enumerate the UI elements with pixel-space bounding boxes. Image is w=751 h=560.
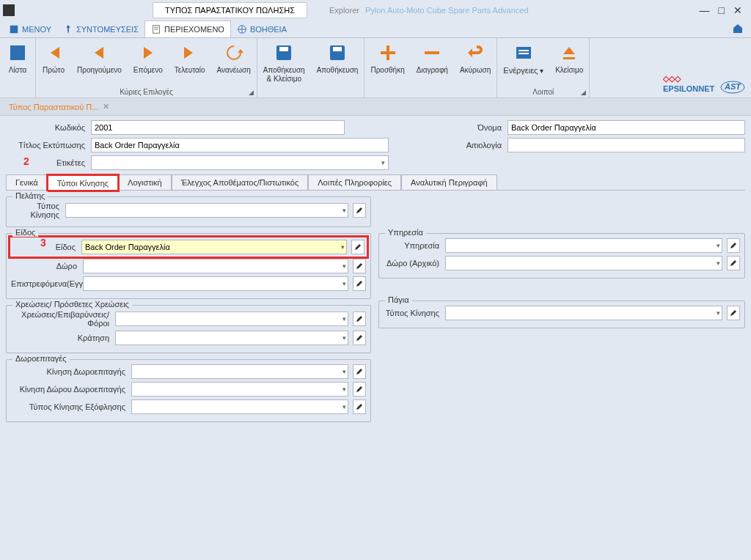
svg-rect-9	[425, 51, 439, 54]
globe-icon	[237, 24, 247, 34]
save-button[interactable]: Αποθήκευση	[311, 38, 364, 86]
code-input[interactable]	[91, 120, 345, 135]
save-icon	[327, 43, 348, 63]
edit-fixed-movement-button[interactable]	[727, 306, 740, 320]
last-label: Τελευταίο	[175, 66, 205, 75]
minimize-button[interactable]: —	[700, 4, 710, 16]
gift-label: Δώρο	[11, 262, 80, 270]
group-other-label: Λοιποί	[532, 88, 554, 96]
titlebar: ΤΥΠΟΣ ΠΑΡΑΣΤΑΤΙΚΟΥ ΠΩΛΗΣΗΣ Explorer Pylo…	[0, 0, 751, 21]
annotation-3: 3	[40, 237, 46, 248]
delete-button[interactable]: Διαγραφή	[411, 38, 454, 86]
menu-help[interactable]: ΒΟΗΘΕΙΑ	[231, 21, 293, 37]
save-close-button[interactable]: Αποθήκευση & Κλείσιμο	[257, 38, 311, 86]
previous-label: Προηγούμενο	[77, 66, 122, 75]
title-tab: ΤΥΠΟΣ ΠΑΡΑΣΤΑΤΙΚΟΥ ΠΩΛΗΣΗΣ	[153, 2, 307, 18]
fieldset-charges: Χρεώσεις/ Πρόσθετες Χρεώσεις Χρεώσεις/Επ…	[6, 305, 371, 353]
cancel-button[interactable]: Ακύρωση	[454, 38, 497, 86]
add-button[interactable]: Προσθήκη	[364, 38, 410, 86]
maximize-button[interactable]: □	[719, 4, 725, 16]
edit-voucher-gift-movement-button[interactable]	[353, 382, 366, 397]
menu-shortcuts[interactable]: ΣΥΝΤΟΜΕΥΣΕΙΣ	[57, 21, 144, 37]
edit-voucher-movement-button[interactable]	[353, 364, 366, 379]
edit-gift-original-button[interactable]	[727, 256, 740, 270]
print-title-input[interactable]	[91, 138, 389, 152]
movement-type-input[interactable]	[65, 203, 348, 218]
close-label: Κλείσιμο	[555, 66, 583, 75]
subtab-analytical[interactable]: Αναλυτική Περιγραφή	[401, 174, 497, 190]
name-input[interactable]	[508, 120, 745, 135]
list-button[interactable]: Λίστα	[0, 38, 35, 86]
movement-type-label: Τύπος Κίνησης	[11, 202, 62, 219]
add-label: Προσθήκη	[370, 66, 404, 75]
edit-gift-button[interactable]	[353, 259, 366, 273]
gift-input[interactable]	[83, 259, 348, 273]
edit-returned-button[interactable]	[353, 276, 366, 291]
returned-label: Επιστρεφόμενα(Εγγ.)	[11, 279, 80, 288]
next-button[interactable]: Επόμενο	[128, 38, 169, 86]
group-main-expand[interactable]: ◢	[249, 89, 254, 96]
charges-label: Χρεώσεις/Επιβαρύνσεις/Φόροι	[11, 310, 112, 328]
redemption-type-input[interactable]	[131, 399, 348, 414]
gift-original-input[interactable]	[445, 256, 722, 270]
previous-button[interactable]: Προηγούμενο	[71, 38, 128, 86]
close-window-button[interactable]: ✕	[733, 4, 742, 16]
edit-withholding-button[interactable]	[353, 331, 366, 345]
document-tab-label: Τύπος Παραστατικού Π...	[9, 103, 98, 111]
svg-rect-8	[333, 47, 342, 51]
edit-redemption-type-button[interactable]	[353, 399, 366, 414]
fieldset-item: Είδος 3 Είδος ▾ Δώρο ▾ Επισ	[6, 233, 371, 299]
fixed-movement-input[interactable]	[445, 306, 722, 320]
edit-item-button[interactable]	[351, 240, 364, 254]
subtab-other-info[interactable]: Λοιπές Πληροφορίες	[308, 174, 401, 190]
document-tab[interactable]: Τύπος Παραστατικού Π... ✕	[3, 99, 115, 114]
svg-rect-6	[279, 47, 288, 51]
menu-menu[interactable]: ΜΕΝΟΥ	[3, 21, 57, 37]
subtab-general[interactable]: Γενικά	[6, 174, 48, 190]
actions-icon	[513, 43, 534, 63]
fixed-movement-label: Τύπος Κίνησης	[384, 309, 442, 317]
tab-close-icon[interactable]: ✕	[103, 102, 109, 111]
charges-input[interactable]	[115, 312, 348, 326]
window-controls: — □ ✕	[700, 4, 748, 16]
menu-content[interactable]: ΠΕΡΙΕΧΟΜΕΝΟ	[144, 21, 231, 37]
home-icon[interactable]	[732, 23, 744, 36]
edit-movement-type-button[interactable]	[353, 203, 366, 218]
edit-service-button[interactable]	[727, 238, 740, 253]
actions-button[interactable]: Ενέργειες ▾	[497, 38, 549, 86]
svg-text:◇◇◇: ◇◇◇	[663, 74, 681, 83]
undo-icon	[465, 43, 486, 63]
refresh-button[interactable]: Ανανέωση	[211, 38, 257, 86]
subtab-movement-types[interactable]: Τύποι Κίνησης	[48, 175, 118, 191]
svg-rect-11	[519, 50, 529, 51]
legend-gift-vouchers: Δωροεπιταγές	[12, 354, 70, 363]
item-input[interactable]	[81, 240, 347, 254]
service-input[interactable]	[445, 238, 722, 253]
returned-input[interactable]	[83, 276, 348, 291]
tags-select[interactable]: ▾	[91, 155, 389, 170]
last-button[interactable]: Τελευταίο	[169, 38, 211, 86]
group-other-expand[interactable]: ◢	[581, 89, 586, 96]
withholding-input[interactable]	[115, 331, 348, 345]
voucher-gift-movement-input[interactable]	[131, 382, 348, 397]
legend-item: Είδος	[12, 228, 38, 237]
edit-charges-button[interactable]	[353, 312, 366, 326]
legend-charges: Χρεώσεις/ Πρόσθετες Χρεώσεις	[12, 300, 132, 309]
voucher-movement-input[interactable]	[131, 364, 348, 379]
first-label: Πρώτο	[43, 66, 65, 75]
first-icon	[43, 43, 64, 63]
document-tabstrip: Τύπος Παραστατικού Π... ✕	[0, 98, 751, 116]
close-button[interactable]: Κλείσιμο	[549, 38, 589, 86]
subtab-stock-credit[interactable]: Έλεγχος Αποθέματος/Πιστωτικός	[172, 174, 309, 190]
first-button[interactable]: Πρώτο	[36, 38, 71, 86]
subtab-accounting[interactable]: Λογιστική	[118, 174, 172, 190]
reason-label: Αιτιολογία	[395, 141, 502, 150]
reason-input[interactable]	[508, 138, 745, 152]
legend-service: Υπηρεσία	[385, 228, 426, 237]
menu-help-label: ΒΟΗΘΕΙΑ	[250, 25, 287, 34]
save-close-icon	[274, 43, 294, 63]
voucher-gift-movement-label: Κίνηση Δώρου Δωροεπιταγής	[11, 385, 128, 394]
save-close-label: Αποθήκευση & Κλείσιμο	[263, 66, 305, 84]
print-title-label: Τίτλος Εκτύπωσης	[6, 141, 85, 150]
eject-icon	[559, 43, 579, 63]
